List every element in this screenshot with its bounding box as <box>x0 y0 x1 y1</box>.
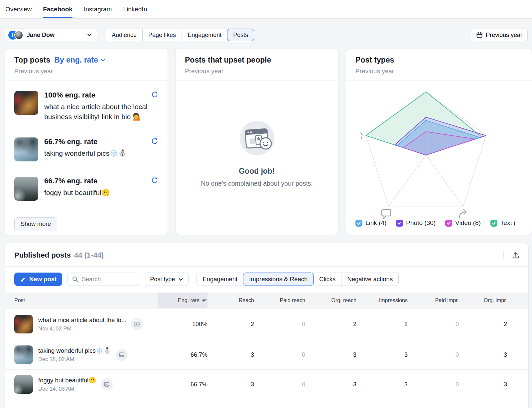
legend-item-link[interactable]: Link (4) <box>355 219 386 227</box>
tab-page-likes[interactable]: Page likes <box>142 29 182 41</box>
table-row[interactable]: foggy but beautiful😶 Dec 14, 03 AM 66.7%… <box>5 370 528 399</box>
refresh-icon[interactable] <box>151 137 158 146</box>
post-thumbnail[interactable] <box>14 345 33 364</box>
search-icon <box>72 276 78 283</box>
cell-org-impr: 3 <box>459 381 507 388</box>
photo-type-badge <box>116 349 128 361</box>
legend-label: Text ( <box>500 219 516 227</box>
cell-org-reach: 3 <box>305 381 356 388</box>
tab-audience[interactable]: Audience <box>106 29 143 41</box>
legend-item-photo[interactable]: Photo (30) <box>396 219 436 227</box>
nav-item-linkedin[interactable]: LinkedIn <box>123 0 147 18</box>
empty-state-title: Good job! <box>239 167 275 176</box>
top-post-item: 66.7% eng. rate taking wonderful pics❄️⛄ <box>14 137 158 161</box>
refresh-icon[interactable] <box>151 177 158 185</box>
cell-impressions: 2 <box>356 321 408 328</box>
post-date: Nov 4, 02 PM <box>38 325 126 332</box>
tab-engagement[interactable]: Engagement <box>182 29 227 41</box>
top-post-item: 66.7% eng. rate foggy but beautiful😶 <box>14 177 158 201</box>
cell-org-impr: 3 <box>459 351 507 358</box>
column-header-eng-rate[interactable]: Eng. rate <box>158 293 207 308</box>
upset-posts-title: Posts that upset people <box>185 56 329 65</box>
top-posts-sort-label: By eng. rate <box>54 56 98 65</box>
post-thumbnail[interactable] <box>14 315 33 333</box>
top-posts-sort-dropdown[interactable]: By eng. rate <box>54 56 105 65</box>
post-eng-rate: 66.7% eng. rate <box>44 137 97 146</box>
chevron-down-icon <box>178 277 183 282</box>
post-thumbnail[interactable] <box>14 137 38 161</box>
column-header-org-impr[interactable]: Org. impr. <box>459 298 507 304</box>
radar-chart <box>346 84 527 217</box>
tab-posts[interactable]: Posts <box>227 29 254 41</box>
previous-year-button[interactable]: Previous year <box>471 29 528 41</box>
top-post-item: 100% eng. rate what a nice article about… <box>14 91 158 122</box>
table-row[interactable]: what a nice article about the lo... Nov … <box>5 308 528 340</box>
upset-posts-subtitle: Previous year <box>185 68 329 75</box>
published-posts-header: Published posts 44 (1-44) <box>5 243 528 267</box>
search-field <box>67 273 139 286</box>
post-title: foggy but beautiful😶 <box>38 377 96 384</box>
legend-label: Video (8) <box>455 219 481 227</box>
post-title: taking wonderful pics❄️⛄ <box>38 347 111 354</box>
table-row[interactable]: taking wonderful pics❄️⛄ Dec 18, 02 AM 6… <box>5 340 528 370</box>
legend-checkbox[interactable] <box>396 220 403 227</box>
post-type-label: Post type <box>150 276 175 283</box>
post-eng-rate: 66.7% eng. rate <box>44 177 97 185</box>
post-type-dropdown[interactable]: Post type <box>145 273 189 286</box>
export-button[interactable] <box>512 251 520 259</box>
refresh-icon[interactable] <box>151 91 158 100</box>
cell-paid-reach: 0 <box>254 321 305 328</box>
filter-tab-impressions-reach[interactable]: Impressions & Reach <box>243 273 314 286</box>
post-thumbnail[interactable] <box>14 91 38 115</box>
cell-eng-rate: 66.7% <box>158 381 207 388</box>
column-header-reach[interactable]: Reach <box>207 298 254 304</box>
table-header: Post Eng. rate Reach Paid reach Org. rea… <box>5 293 528 308</box>
facebook-section-tabs: Audience Page likes Engagement Posts <box>106 29 254 41</box>
filter-tab-clicks[interactable]: Clicks <box>313 273 341 286</box>
image-icon <box>104 381 110 387</box>
nav-item-instagram[interactable]: Instagram <box>84 0 112 18</box>
post-text: foggy but beautiful😶 <box>44 188 158 198</box>
photo-type-badge <box>101 378 113 390</box>
chevron-down-icon <box>100 58 105 63</box>
nav-item-facebook[interactable]: Facebook <box>43 0 72 18</box>
legend-checkbox[interactable] <box>445 220 452 227</box>
profile-selector[interactable]: f Jane Dow <box>5 29 97 41</box>
sort-descending-icon <box>202 298 207 303</box>
legend-item-video[interactable]: Video (8) <box>445 219 481 227</box>
cell-paid-reach: 0 <box>254 351 305 358</box>
cell-org-reach: 2 <box>305 321 356 328</box>
divider <box>503 251 504 260</box>
post-text: taking wonderful pics❄️⛄ <box>44 148 158 158</box>
nav-item-overview[interactable]: Overview <box>5 0 32 18</box>
legend-checkbox[interactable] <box>490 220 497 227</box>
column-header-paid-impr[interactable]: Paid impr. <box>408 298 459 304</box>
post-types-title: Post types <box>355 56 522 65</box>
legend-item-text[interactable]: Text ( <box>490 219 516 227</box>
filter-tab-negative-actions[interactable]: Negative actions <box>341 273 399 286</box>
filter-tab-engagement[interactable]: Engagement <box>197 273 243 286</box>
previous-year-label: Previous year <box>486 32 522 39</box>
post-cell: taking wonderful pics❄️⛄ Dec 18, 02 AM <box>14 345 158 364</box>
published-posts-toolbar: New post Post type Engagement Impression… <box>5 267 528 293</box>
legend-checkbox[interactable] <box>355 220 362 227</box>
column-header-paid-reach[interactable]: Paid reach <box>254 298 305 304</box>
cell-org-impr: 2 <box>459 321 507 328</box>
column-header-impressions[interactable]: Impressions <box>356 298 408 304</box>
top-posts-subtitle: Previous year <box>14 68 158 75</box>
image-icon <box>134 321 140 327</box>
post-types-card: Post types Previous year <box>346 49 532 235</box>
legend-label: Photo (30) <box>406 219 436 227</box>
chevron-down-icon <box>87 32 92 38</box>
cell-paid-impr: 0 <box>408 351 459 358</box>
top-posts-title: Top posts <box>14 56 50 65</box>
cell-impressions: 3 <box>356 381 408 388</box>
cell-reach: 3 <box>207 351 254 358</box>
post-thumbnail[interactable] <box>14 375 33 394</box>
show-more-button[interactable]: Show more <box>14 217 57 231</box>
cell-impressions: 3 <box>356 351 408 358</box>
column-header-org-reach[interactable]: Org. reach <box>305 298 356 304</box>
new-post-button[interactable]: New post <box>14 273 62 286</box>
post-thumbnail[interactable] <box>14 177 38 201</box>
like-icon-partial <box>361 133 362 138</box>
